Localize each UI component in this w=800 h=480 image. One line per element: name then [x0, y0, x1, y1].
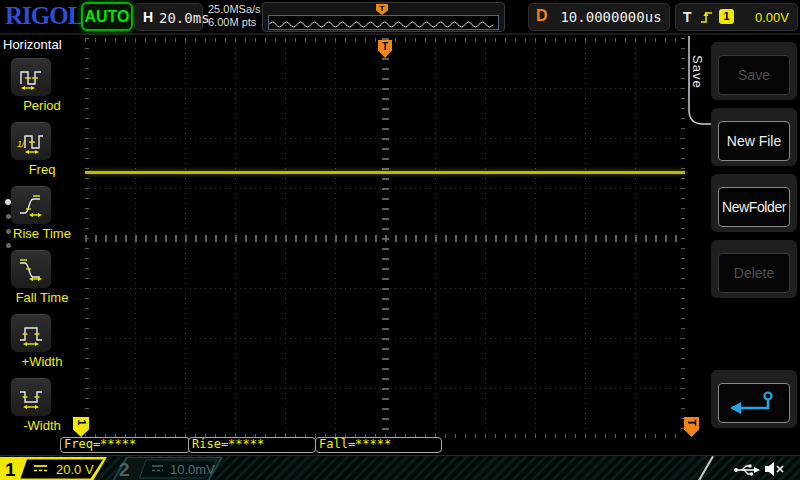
preview-trigger-position-icon[interactable]: T [376, 4, 388, 15]
channel2-badge[interactable]: 2 10.0mV [110, 457, 232, 480]
freq-button[interactable]: 1/ [11, 122, 51, 160]
oscilloscope-screen: RIGOL AUTO H 20.0ms 25.0MSa/s 6.00M pts … [0, 0, 800, 480]
menu-item-fall-time[interactable]: Fall Time [0, 250, 84, 312]
trigger-delay-box[interactable]: D 10.0000000us [528, 3, 670, 31]
channel1-scale: 20.0 V [56, 462, 94, 477]
delay-label: D [536, 7, 548, 25]
preview-sine-waveform [269, 19, 496, 30]
menu-item-period[interactable]: Period [0, 58, 84, 120]
fall-time-icon [17, 257, 45, 283]
timebase-value: 20.0ms [159, 10, 210, 26]
trigger-label: T [683, 9, 692, 25]
timebase-label: H [143, 9, 153, 25]
page-dot-active [5, 199, 11, 205]
waveform-display-graticule[interactable]: T [85, 38, 685, 438]
trigger-position-marker-icon[interactable]: T [378, 40, 392, 58]
menu-item-rise-time[interactable]: Rise Time [0, 186, 84, 248]
top-status-bar: RIGOL AUTO H 20.0ms 25.0MSa/s 6.00M pts … [0, 0, 800, 35]
pos-width-icon [17, 321, 45, 347]
tab-save: Save [690, 55, 705, 89]
menu-item-freq[interactable]: 1/ Freq [0, 122, 84, 184]
rising-edge-icon [699, 9, 713, 25]
freq-label: Freq [0, 162, 84, 177]
period-label: Period [0, 98, 84, 113]
corner-divider [696, 456, 714, 480]
menu-item-neg-width[interactable]: -Width [0, 378, 84, 440]
new-file-button[interactable]: New File [718, 121, 790, 161]
horizontal-timebase-box[interactable]: H 20.0ms [134, 3, 203, 31]
return-arrow-icon [728, 389, 780, 417]
rise-time-icon [17, 193, 45, 219]
measurement-rise: Rise=***** [188, 437, 316, 453]
rise-time-label: Rise Time [0, 226, 84, 241]
sample-rate: 25.0MSa/s [208, 3, 261, 16]
run-status-badge[interactable]: AUTO [81, 2, 133, 31]
usb-icon [733, 463, 760, 477]
delete-button[interactable]: Delete [718, 253, 790, 293]
menu-slot-new-file: New File [711, 108, 797, 166]
trigger-level-value: 0.00V [755, 10, 789, 25]
speaker-muted-icon[interactable] [763, 461, 785, 477]
delay-value: 10.0000000us [559, 9, 663, 25]
page-dot [6, 243, 11, 248]
memory-depth: 6.00M pts [208, 16, 261, 29]
trigger-source-badge: 1 [719, 9, 734, 24]
page-dot [6, 229, 11, 234]
fall-time-button[interactable] [11, 250, 51, 288]
trigger-settings-box[interactable]: T 1 0.00V [675, 3, 798, 31]
channel2-number: 2 [119, 459, 130, 480]
fall-time-label: Fall Time [0, 290, 84, 305]
new-folder-button[interactable]: NewFolder [718, 187, 790, 227]
rigol-logo: RIGOL [5, 2, 83, 30]
pos-width-label: +Width [0, 354, 84, 369]
period-button[interactable] [11, 58, 51, 96]
rise-time-button[interactable] [11, 186, 51, 224]
page-dot [6, 214, 11, 219]
menu-item-pos-width[interactable]: +Width [0, 314, 84, 376]
waveform-preview-strip[interactable]: T [262, 2, 505, 32]
channel1-number: 1 [5, 459, 16, 480]
period-icon [17, 65, 45, 91]
menu-slot-save: Save [711, 42, 797, 100]
gridline [681, 38, 685, 438]
menu-slot-delete: Delete [711, 240, 797, 298]
measurement-freq: Freq=***** [60, 437, 190, 453]
gridline [85, 235, 685, 242]
channel-status-bar: 1 20.0 V 2 10.0mV [0, 455, 800, 480]
acquisition-info: 25.0MSa/s 6.00M pts [208, 3, 261, 29]
waveform-preview-window [268, 15, 499, 30]
left-measure-menu: Horizontal Period 1/ [0, 33, 84, 455]
menu-slot-back [711, 370, 797, 428]
neg-width-button[interactable] [11, 378, 51, 416]
menu-slot-new-folder: NewFolder [711, 174, 797, 232]
freq-icon: 1/ [17, 129, 45, 155]
left-menu-title: Horizontal [3, 37, 62, 52]
trigger-level-marker-icon[interactable]: T [684, 417, 699, 437]
measurement-fall: Fall=***** [315, 437, 442, 453]
back-button[interactable] [718, 383, 790, 423]
channel2-scale: 10.0mV [170, 462, 215, 477]
gridline [85, 38, 89, 438]
save-button[interactable]: Save [718, 55, 790, 95]
channel1-trace [85, 171, 685, 174]
channel1-badge[interactable]: 1 20.0 V [0, 457, 116, 480]
neg-width-icon [17, 385, 45, 411]
pos-width-button[interactable] [11, 314, 51, 352]
neg-width-label: -Width [0, 418, 84, 433]
